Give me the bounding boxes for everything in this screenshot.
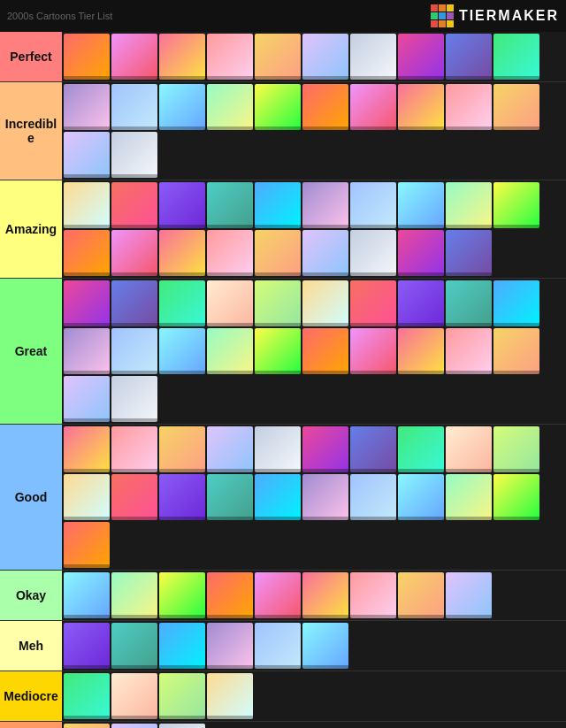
list-item[interactable] (111, 673, 157, 719)
list-item[interactable] (446, 84, 492, 130)
list-item[interactable] (302, 230, 348, 276)
list-item[interactable] (159, 34, 205, 80)
list-item[interactable] (159, 474, 205, 520)
list-item[interactable] (255, 623, 301, 669)
list-item[interactable] (64, 474, 110, 520)
list-item[interactable] (64, 182, 110, 228)
list-item[interactable] (446, 426, 492, 472)
list-item[interactable] (446, 474, 492, 520)
list-item[interactable] (64, 230, 110, 276)
list-item[interactable] (111, 84, 157, 130)
list-item[interactable] (159, 426, 205, 472)
list-item[interactable] (64, 84, 110, 130)
list-item[interactable] (446, 182, 492, 228)
list-item[interactable] (350, 474, 396, 520)
list-item[interactable] (302, 572, 348, 618)
list-item[interactable] (446, 280, 492, 326)
list-item[interactable] (255, 182, 301, 228)
list-item[interactable] (64, 280, 110, 326)
list-item[interactable] (398, 230, 444, 276)
list-item[interactable] (207, 328, 253, 374)
list-item[interactable] (350, 34, 396, 80)
list-item[interactable] (111, 328, 157, 374)
list-item[interactable] (255, 426, 301, 472)
list-item[interactable] (398, 84, 444, 130)
list-item[interactable] (159, 673, 205, 719)
list-item[interactable] (350, 182, 396, 228)
list-item[interactable] (111, 474, 157, 520)
list-item[interactable] (350, 572, 396, 618)
list-item[interactable] (255, 34, 301, 80)
list-item[interactable] (207, 230, 253, 276)
list-item[interactable] (159, 182, 205, 228)
list-item[interactable] (398, 34, 444, 80)
list-item[interactable] (159, 623, 205, 669)
list-item[interactable] (302, 84, 348, 130)
list-item[interactable] (493, 182, 539, 228)
list-item[interactable] (446, 572, 492, 618)
list-item[interactable] (207, 623, 253, 669)
list-item[interactable] (350, 84, 396, 130)
list-item[interactable] (350, 328, 396, 374)
list-item[interactable] (255, 280, 301, 326)
list-item[interactable] (64, 376, 110, 422)
list-item[interactable] (64, 522, 110, 568)
list-item[interactable] (64, 673, 110, 719)
list-item[interactable] (350, 426, 396, 472)
list-item[interactable] (398, 474, 444, 520)
list-item[interactable] (255, 328, 301, 374)
list-item[interactable] (207, 673, 253, 719)
list-item[interactable] (255, 230, 301, 276)
list-item[interactable] (302, 474, 348, 520)
list-item[interactable] (159, 328, 205, 374)
list-item[interactable] (398, 426, 444, 472)
list-item[interactable] (255, 572, 301, 618)
list-item[interactable] (207, 280, 253, 326)
list-item[interactable] (159, 84, 205, 130)
list-item[interactable] (302, 34, 348, 80)
list-item[interactable] (493, 328, 539, 374)
list-item[interactable] (207, 84, 253, 130)
list-item[interactable] (493, 280, 539, 326)
list-item[interactable] (302, 623, 348, 669)
list-item[interactable] (446, 34, 492, 80)
list-item[interactable] (302, 280, 348, 326)
list-item[interactable] (64, 132, 110, 178)
list-item[interactable] (111, 724, 157, 728)
list-item[interactable] (111, 572, 157, 618)
list-item[interactable] (159, 724, 205, 728)
list-item[interactable] (207, 182, 253, 228)
list-item[interactable] (255, 474, 301, 520)
list-item[interactable] (493, 34, 539, 80)
list-item[interactable] (111, 230, 157, 276)
list-item[interactable] (493, 426, 539, 472)
list-item[interactable] (255, 84, 301, 130)
list-item[interactable] (64, 328, 110, 374)
list-item[interactable] (159, 230, 205, 276)
list-item[interactable] (398, 572, 444, 618)
list-item[interactable] (111, 623, 157, 669)
list-item[interactable] (302, 426, 348, 472)
list-item[interactable] (207, 474, 253, 520)
list-item[interactable] (493, 84, 539, 130)
list-item[interactable] (111, 34, 157, 80)
list-item[interactable] (398, 182, 444, 228)
list-item[interactable] (207, 426, 253, 472)
list-item[interactable] (64, 724, 110, 728)
list-item[interactable] (111, 182, 157, 228)
list-item[interactable] (302, 328, 348, 374)
list-item[interactable] (350, 280, 396, 326)
list-item[interactable] (446, 230, 492, 276)
list-item[interactable] (398, 328, 444, 374)
list-item[interactable] (64, 34, 110, 80)
list-item[interactable] (111, 426, 157, 472)
list-item[interactable] (111, 376, 157, 422)
list-item[interactable] (493, 474, 539, 520)
list-item[interactable] (111, 280, 157, 326)
list-item[interactable] (302, 182, 348, 228)
list-item[interactable] (350, 230, 396, 276)
list-item[interactable] (398, 280, 444, 326)
list-item[interactable] (159, 280, 205, 326)
list-item[interactable] (64, 572, 110, 618)
list-item[interactable] (111, 132, 157, 178)
